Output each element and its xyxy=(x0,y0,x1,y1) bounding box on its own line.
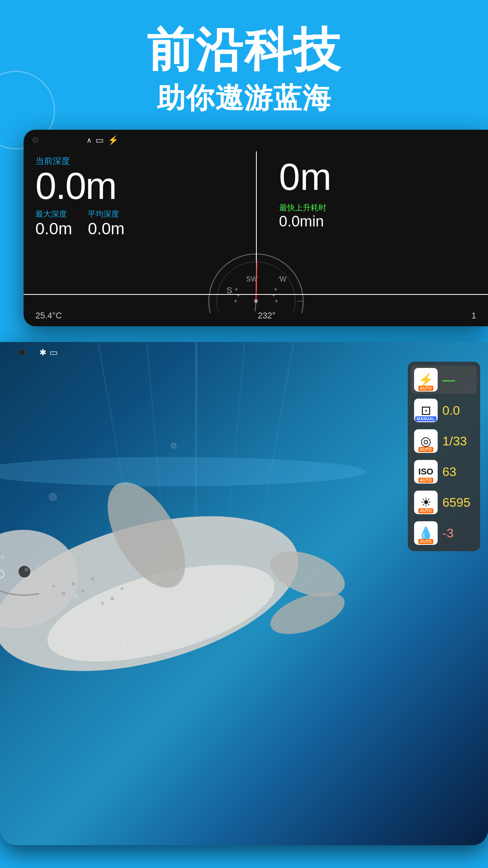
exposure-badge: MANUAL xyxy=(415,416,436,421)
front-camera-2 xyxy=(19,349,25,355)
status-bar-1: ∧ ▭ ⚡ xyxy=(87,135,118,145)
bottom-info-bar: 25.4°C 232° 1 xyxy=(24,311,488,321)
third-stat: 1 xyxy=(471,311,476,321)
dive-computer-content: 当前深度 0.0m 最大深度 0.0m 平均深度 0.0m 0m 最快上升耗时 … xyxy=(24,151,488,326)
signal-icon: ∧ xyxy=(87,136,92,145)
ascent-value: 0.0min xyxy=(279,213,326,230)
svg-point-33 xyxy=(101,602,104,605)
bluetooth-icon-2: ✱ xyxy=(39,348,46,358)
iso-control-row[interactable]: ISO AUTO 63 xyxy=(411,458,477,486)
horizontal-divider xyxy=(24,294,488,295)
flash-icon: ⚡ xyxy=(418,373,434,386)
current-depth-section: 当前深度 0.0m 最大深度 0.0m 平均深度 0.0m xyxy=(35,155,125,238)
svg-point-12 xyxy=(235,288,238,291)
depth-sub-row: 最大深度 0.0m 平均深度 0.0m xyxy=(35,209,125,238)
svg-point-28 xyxy=(61,592,65,596)
wb-icon-box: ☀ AUTO xyxy=(414,491,438,514)
camera-device: ✱ ▭ xyxy=(0,342,488,845)
max-depth-value: 0.0m xyxy=(35,219,72,238)
partial-depth-value: 0m xyxy=(279,155,331,199)
dive-computer-device: ∧ ▭ ⚡ 当前深度 0.0m 最大深度 0.0m 平均深度 0.0m xyxy=(24,130,488,326)
avg-depth-label: 平均深度 xyxy=(88,209,124,219)
svg-point-24 xyxy=(18,566,30,577)
wb-value: 6595 xyxy=(442,495,474,510)
svg-point-14 xyxy=(234,300,237,302)
wb-badge: AUTO xyxy=(418,508,433,513)
svg-point-17 xyxy=(275,300,278,302)
svg-point-11 xyxy=(254,299,258,303)
temperature-stat: 25.4°C xyxy=(35,311,62,321)
shutter-icon: ◎ xyxy=(420,435,431,447)
iso-value: 63 xyxy=(442,465,474,479)
svg-point-31 xyxy=(110,596,114,600)
exposure-control-row[interactable]: ⊡ MANUAL 0.0 xyxy=(411,396,477,425)
svg-point-25 xyxy=(24,568,28,572)
avg-depth-value: 0.0m xyxy=(88,219,124,238)
svg-point-37 xyxy=(0,457,366,486)
svg-point-30 xyxy=(52,585,55,588)
avg-depth-item: 平均深度 0.0m xyxy=(88,209,124,238)
tint-value: -3 xyxy=(442,526,474,541)
exposure-value: 0.0 xyxy=(442,403,474,418)
svg-point-27 xyxy=(81,590,84,592)
camera-status-bar: ✱ ▭ xyxy=(39,348,58,358)
svg-line-9 xyxy=(256,262,257,301)
sub-title: 助你遨游蓝海 xyxy=(24,79,464,117)
ascent-label: 最快上升耗时 xyxy=(279,202,326,213)
battery-icon: ▭ xyxy=(50,348,58,358)
wb-control-row[interactable]: ☀ AUTO 6595 xyxy=(411,488,477,517)
compass-container: SW W S xyxy=(205,250,307,314)
shutter-icon-box: ◎ AUTO xyxy=(414,429,438,453)
flash-badge: AUTO xyxy=(418,386,433,391)
iso-badge: AUTO xyxy=(418,478,433,483)
current-depth-value: 0.0m xyxy=(35,167,125,205)
bubble-1 xyxy=(49,493,57,501)
tint-icon-box: 💧 AUTO xyxy=(414,521,438,545)
max-depth-label: 最大深度 xyxy=(35,209,72,219)
shutter-control-row[interactable]: ◎ AUTO 1/33 xyxy=(411,427,477,455)
header-section: 前沿科技 助你遨游蓝海 xyxy=(0,24,488,117)
compass-svg: SW W S xyxy=(205,250,307,313)
shutter-badge: AUTO xyxy=(418,447,433,452)
tint-control-row[interactable]: 💧 AUTO -3 xyxy=(411,519,477,547)
flash-value: — xyxy=(442,373,474,387)
shutter-value: 1/33 xyxy=(442,434,474,449)
svg-point-26 xyxy=(71,582,75,586)
flash-control-row[interactable]: ⚡ AUTO — xyxy=(411,366,477,394)
right-depth-section: 0m xyxy=(279,155,331,199)
ascent-section: 最快上升耗时 0.0min xyxy=(279,202,326,230)
bluetooth-icon: ⚡ xyxy=(108,135,118,145)
svg-point-29 xyxy=(91,577,94,580)
tint-icon: 💧 xyxy=(418,527,434,539)
compass-stat: 232° xyxy=(258,311,276,321)
device2-top-bar xyxy=(0,342,488,364)
front-camera-1 xyxy=(32,137,39,143)
phone-icon: ▭ xyxy=(96,135,104,145)
exposure-icon-box: ⊡ MANUAL xyxy=(414,399,438,422)
wb-icon: ☀ xyxy=(420,496,432,509)
flash-icon-box: ⚡ AUTO xyxy=(414,368,438,392)
main-title: 前沿科技 xyxy=(24,24,464,75)
camera-controls-panel: ⚡ AUTO — ⊡ MANUAL 0.0 ◎ AUTO 1/33 ISO xyxy=(408,362,480,551)
iso-icon: ISO xyxy=(418,467,433,476)
tint-badge: AUTO xyxy=(418,539,433,544)
svg-text:W: W xyxy=(280,275,286,283)
svg-point-32 xyxy=(121,587,123,590)
max-depth-item: 最大深度 0.0m xyxy=(35,209,72,238)
exposure-icon: ⊡ xyxy=(421,404,431,417)
svg-point-15 xyxy=(274,288,277,291)
whale-illustration xyxy=(0,417,366,770)
iso-icon-box: ISO AUTO xyxy=(414,460,438,484)
